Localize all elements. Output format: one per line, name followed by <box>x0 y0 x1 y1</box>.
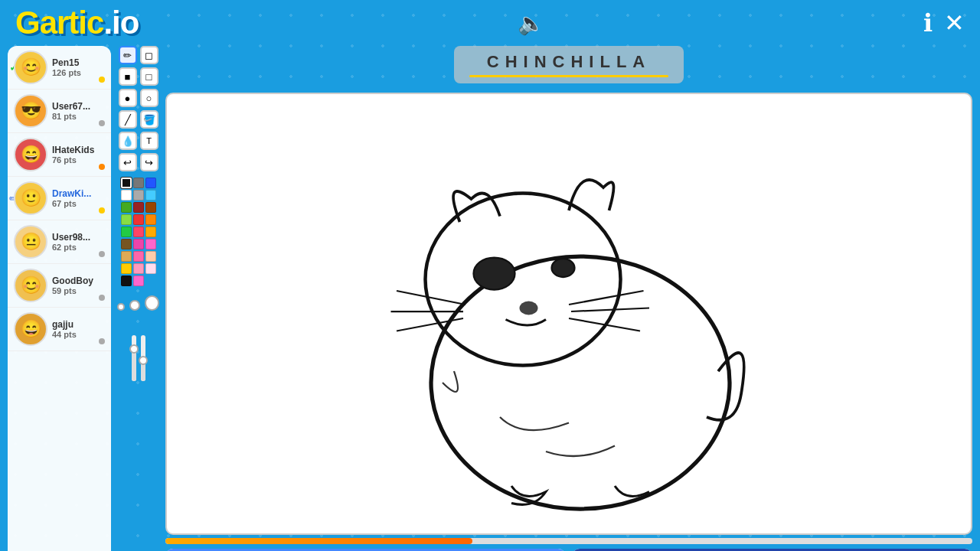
online-dot <box>99 77 105 83</box>
volume-icon[interactable]: 🔈 <box>518 11 544 36</box>
color-swatch[interactable] <box>133 227 144 237</box>
player-item: 😄gajju44 pts <box>8 308 111 351</box>
svg-line-5 <box>397 291 466 305</box>
color-swatch[interactable] <box>145 202 156 213</box>
eyedropper-tool[interactable]: 💧 <box>119 132 137 150</box>
svg-line-9 <box>571 308 649 312</box>
player-avatar: 😊 <box>14 51 47 84</box>
color-swatch[interactable] <box>121 178 132 188</box>
app-logo: Gartic.io <box>15 5 139 41</box>
color-swatch[interactable] <box>121 227 132 237</box>
player-avatar: 😊 <box>14 269 47 302</box>
color-swatch[interactable] <box>121 202 132 213</box>
svg-line-7 <box>397 318 463 331</box>
svg-point-1 <box>426 194 621 366</box>
player-name: GoodBoy <box>52 276 105 286</box>
drawing-canvas[interactable]: CH_ <box>165 93 972 535</box>
player-name: IHateKids <box>52 145 105 155</box>
player-item: ✏🙂DrawKi...67 pts <box>8 177 111 220</box>
player-pts: 76 pts <box>52 155 105 165</box>
rect-fill-tool[interactable]: ■ <box>119 67 137 86</box>
svg-line-8 <box>569 291 644 305</box>
player-pts: 81 pts <box>52 112 105 121</box>
color-swatch[interactable] <box>145 239 156 249</box>
line-tool[interactable]: ╱ <box>119 110 137 129</box>
word-text: CHINCHILLA <box>469 52 668 72</box>
player-info: User98...62 pts <box>52 232 105 252</box>
color-swatch[interactable] <box>133 239 144 249</box>
player-name: Pen15 <box>52 57 105 68</box>
player-pts: 126 pts <box>52 68 105 77</box>
color-swatch[interactable] <box>145 190 156 201</box>
online-dot <box>99 338 105 344</box>
player-info: GoodBoy59 pts <box>52 276 105 295</box>
color-swatch[interactable] <box>145 227 156 237</box>
online-dot <box>99 120 105 126</box>
color-swatch[interactable] <box>121 190 132 201</box>
redo-tool[interactable]: ↪ <box>140 153 158 171</box>
progress-bar-fill <box>165 538 472 544</box>
players-sidebar: ✓😊Pen15126 pts😎User67...81 pts😄IHateKids… <box>8 46 111 551</box>
player-name: User98... <box>52 232 105 243</box>
circle-fill-tool[interactable]: ● <box>119 89 137 107</box>
player-item: 😄IHateKids76 pts <box>8 133 111 177</box>
player-info: DrawKi...67 pts <box>52 188 105 208</box>
brush-size-panel <box>117 295 159 311</box>
color-swatch[interactable] <box>133 276 144 286</box>
color-swatch[interactable] <box>145 214 156 225</box>
player-avatar: 😐 <box>14 225 47 259</box>
player-avatar: 😄 <box>14 312 47 346</box>
color-grid <box>121 178 156 286</box>
player-pts: 44 pts <box>52 330 105 339</box>
svg-point-2 <box>474 258 515 290</box>
color-swatch[interactable] <box>133 251 144 262</box>
brush-size-small[interactable] <box>117 303 125 311</box>
player-pts: 67 pts <box>52 199 105 208</box>
player-item: 😊GoodBoy59 pts <box>8 264 111 308</box>
player-info: Pen15126 pts <box>52 57 105 77</box>
svg-point-4 <box>520 302 538 315</box>
color-swatch[interactable] <box>133 178 144 188</box>
color-swatch[interactable] <box>145 263 156 274</box>
player-item: 😐User98...62 pts <box>8 220 111 264</box>
bucket-tool[interactable]: 🪣 <box>140 110 158 129</box>
color-swatch[interactable] <box>121 251 132 262</box>
player-name: gajju <box>52 319 105 330</box>
color-swatch[interactable] <box>133 263 144 274</box>
player-avatar: 😎 <box>14 94 47 128</box>
color-swatch[interactable] <box>145 178 156 188</box>
brush-size-medium[interactable] <box>129 300 140 311</box>
eraser-tool[interactable]: ◻ <box>140 46 158 64</box>
word-underline <box>469 75 668 77</box>
player-name: User67... <box>52 101 105 112</box>
color-swatch[interactable] <box>121 276 132 286</box>
player-item: ✓😊Pen15126 pts <box>8 46 111 90</box>
close-icon[interactable]: ✕ <box>944 8 965 37</box>
color-swatch[interactable] <box>121 214 132 225</box>
color-swatch[interactable] <box>133 214 144 225</box>
player-avatar: 😄 <box>14 138 47 171</box>
player-avatar: 🙂 <box>14 181 47 215</box>
svg-point-3 <box>552 259 575 277</box>
online-dot <box>99 251 105 257</box>
color-swatch[interactable] <box>133 202 144 213</box>
player-info: gajju44 pts <box>52 319 105 339</box>
player-info: User67...81 pts <box>52 101 105 121</box>
player-pts: 59 pts <box>52 286 105 295</box>
player-item: 😎User67...81 pts <box>8 90 111 133</box>
brush-size-large[interactable] <box>145 295 160 311</box>
color-swatch[interactable] <box>145 251 156 262</box>
color-swatch[interactable] <box>121 263 132 274</box>
color-swatch[interactable] <box>121 239 132 249</box>
pencil-tool[interactable]: ✏ <box>119 46 137 64</box>
circle-outline-tool[interactable]: ○ <box>140 89 158 107</box>
color-swatch[interactable] <box>133 190 144 201</box>
progress-bar <box>165 538 972 544</box>
player-pts: 62 pts <box>52 243 105 252</box>
info-icon[interactable]: ℹ <box>923 8 933 37</box>
svg-point-0 <box>431 256 730 509</box>
undo-tool[interactable]: ↩ <box>119 153 137 171</box>
text-tool[interactable]: T <box>140 132 158 150</box>
tools-panel: ✏ ◻ ■ □ ● ○ ╱ 🪣 💧 T <box>117 46 159 551</box>
rect-outline-tool[interactable]: □ <box>140 67 158 86</box>
